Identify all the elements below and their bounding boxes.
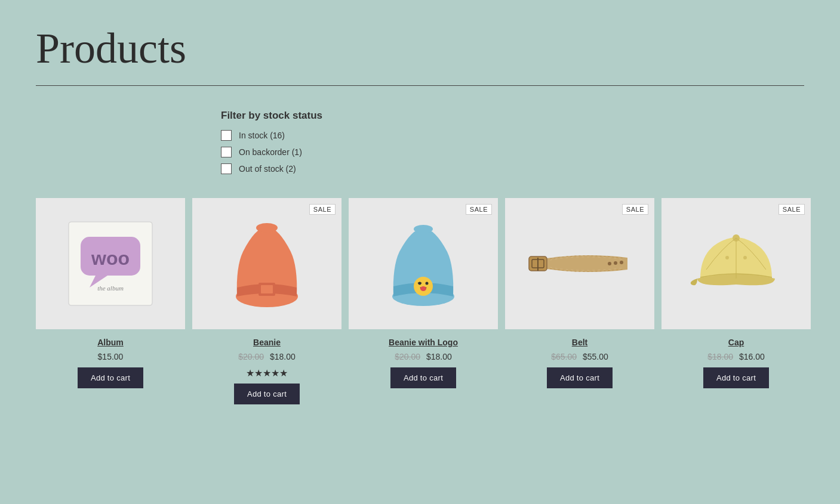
product-name-beanie-with-logo[interactable]: Beanie with Logo	[349, 338, 498, 347]
svg-point-10	[414, 225, 433, 233]
price-original-beanie: $20.00	[238, 352, 264, 361]
sale-badge-cap: SALE	[779, 204, 805, 215]
svg-point-14	[420, 286, 426, 291]
product-card-beanie-with-logo: SALE	[349, 198, 498, 404]
product-card-album: woo the album Album $15.00 Add to cart	[36, 198, 185, 404]
add-to-cart-belt[interactable]: Add to cart	[547, 367, 613, 388]
page-title: Products	[36, 24, 804, 73]
product-price-belt: $65.00 $55.00	[505, 352, 654, 361]
add-to-cart-beanie-with-logo[interactable]: Add to cart	[390, 367, 456, 388]
divider	[36, 85, 804, 86]
product-card-beanie: SALE Beanie $20.00 $18.00	[192, 198, 341, 404]
svg-point-16	[614, 261, 617, 265]
checkbox-in-stock[interactable]	[221, 130, 232, 141]
filter-label-out-of-stock[interactable]: Out of stock (2)	[239, 164, 296, 174]
svg-point-23	[725, 256, 729, 259]
product-image-beanie[interactable]: SALE	[192, 198, 341, 329]
belt-illustration	[526, 234, 633, 293]
product-price-beanie-logo: $20.00 $18.00	[349, 352, 498, 361]
checkbox-on-backorder[interactable]	[221, 147, 232, 157]
products-grid: woo the album Album $15.00 Add to cart S…	[36, 198, 804, 404]
beanie-logo-illustration	[381, 216, 465, 311]
price-original-belt: $65.00	[551, 352, 577, 361]
filter-label-in-stock[interactable]: In stock (16)	[239, 131, 285, 140]
price-sale-beanie-logo: $18.00	[426, 352, 452, 361]
sale-badge-beanie-logo: SALE	[466, 204, 492, 215]
product-name-belt[interactable]: Belt	[505, 338, 654, 347]
svg-text:the album: the album	[97, 285, 124, 292]
product-name-beanie[interactable]: Beanie	[192, 338, 341, 347]
album-illustration: woo the album	[63, 216, 158, 311]
product-image-album[interactable]: woo the album	[36, 198, 185, 329]
price-sale-belt: $55.00	[583, 352, 608, 361]
product-image-cap[interactable]: SALE	[661, 198, 811, 329]
cap-illustration	[682, 225, 790, 302]
svg-point-15	[608, 262, 611, 265]
beanie-illustration	[225, 216, 309, 311]
sale-badge-beanie: SALE	[309, 204, 336, 215]
filter-item-out-of-stock: Out of stock (2)	[221, 163, 804, 174]
svg-point-17	[620, 261, 623, 264]
filter-item-on-backorder: On backorder (1)	[221, 147, 804, 157]
product-image-belt[interactable]: SALE	[505, 198, 654, 329]
svg-rect-8	[261, 285, 273, 293]
price-sale-cap: $16.00	[739, 352, 765, 361]
product-name-album[interactable]: Album	[36, 338, 185, 347]
product-card-belt: SALE	[505, 198, 654, 404]
page-container: Products Filter by stock status In stock…	[0, 0, 840, 428]
product-price-cap: $18.00 $16.00	[661, 352, 811, 361]
product-name-cap[interactable]: Cap	[661, 338, 811, 347]
svg-point-22	[743, 256, 747, 259]
price-sale-beanie: $18.00	[270, 352, 296, 361]
filter-item-in-stock: In stock (16)	[221, 130, 804, 141]
price-original-cap: $18.00	[707, 352, 733, 361]
filter-title: Filter by stock status	[221, 110, 804, 122]
svg-text:woo: woo	[91, 248, 130, 269]
product-image-beanie-with-logo[interactable]: SALE	[349, 198, 498, 329]
product-price-album: $15.00	[36, 352, 185, 361]
add-to-cart-cap[interactable]: Add to cart	[703, 367, 769, 388]
product-price-beanie: $20.00 $18.00	[192, 352, 341, 361]
add-to-cart-album[interactable]: Add to cart	[78, 367, 143, 388]
product-card-cap: SALE	[661, 198, 811, 404]
price-original-beanie-logo: $20.00	[395, 352, 420, 361]
product-rating-beanie: ★★★★★	[192, 367, 341, 379]
svg-point-13	[426, 282, 429, 285]
checkbox-out-of-stock[interactable]	[221, 163, 232, 174]
svg-point-6	[256, 223, 278, 233]
sale-badge-belt: SALE	[622, 204, 648, 215]
filter-section: Filter by stock status In stock (16) On …	[221, 110, 804, 174]
add-to-cart-beanie[interactable]: Add to cart	[234, 384, 300, 404]
filter-label-on-backorder[interactable]: On backorder (1)	[239, 147, 302, 157]
